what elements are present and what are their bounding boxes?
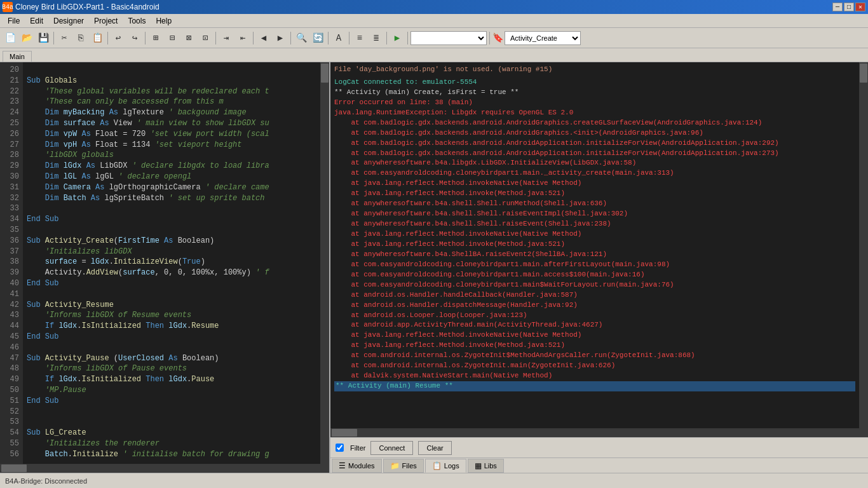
log-line-resume: ** Activity (main) Resume ** <box>334 381 855 391</box>
toolbar-btn3[interactable]: ⊠ <box>181 30 196 46</box>
toolbar-sep-2 <box>107 32 108 44</box>
tab-main[interactable]: Main <box>3 51 32 62</box>
log-scrollbar-h[interactable] <box>330 428 868 437</box>
clear-button[interactable]: Clear <box>418 441 451 455</box>
log-line-8: at java.lang.reflect.Method.invoke(Metho… <box>334 189 855 199</box>
filter-checkbox[interactable] <box>336 444 344 452</box>
log-line-22: at java.lang.reflect.Method.invokeNative… <box>334 330 855 341</box>
log-line-18: at android.os.Handler.handleCallback(Han… <box>334 290 855 301</box>
tab-modules[interactable]: ☰ Modules <box>332 459 382 473</box>
log-line-15: at com.easyandroldcoding.cloneybirdpart1… <box>334 260 855 270</box>
app-icon: B4a <box>3 2 13 12</box>
document-tabs: Main <box>0 48 868 62</box>
toolbar-paste[interactable]: 📋 <box>90 30 105 46</box>
toolbar-copy[interactable]: ⎘ <box>73 30 88 46</box>
log-line-error-line: Error occurred on line: 38 (main) <box>334 98 855 108</box>
menu-project[interactable]: Project <box>89 15 123 27</box>
toolbar-save[interactable]: 💾 <box>36 30 51 46</box>
log-line-19: at android.os.Handler.dispatchMessage(Ha… <box>334 301 855 311</box>
toolbar-run[interactable]: ▶ <box>390 30 405 46</box>
menu-edit[interactable]: Edit <box>25 15 48 27</box>
log-line-11: at anywheresoftware.b4a.shell.Shell.rais… <box>334 219 855 229</box>
code-editor: 2021222324 2526272829 3031323334 3536373… <box>0 62 330 473</box>
toolbar-sub-select[interactable]: Activity_Create <box>505 31 581 45</box>
code-lines[interactable]: Sub Globals 'These global variables will… <box>23 62 320 464</box>
menu-file[interactable]: File <box>3 15 25 27</box>
toolbar-align2[interactable]: ≣ <box>369 30 384 46</box>
status-text: B4A-Bridge: Disconnected <box>5 477 87 485</box>
toolbar-outdent[interactable]: ⇤ <box>235 30 250 46</box>
toolbar-align1[interactable]: ≡ <box>352 30 367 46</box>
log-line-12: at java.lang.reflect.Method.invokeNative… <box>334 229 855 240</box>
log-line-logcat: LogCat connected to: emulator-5554 <box>334 78 855 88</box>
log-line-14: at anywheresoftware.b4a.ShellBA.raiseEve… <box>334 250 855 260</box>
log-line-6: at com.easyandroldcoding.cloneybirdpart1… <box>334 168 855 179</box>
toolbar-cut[interactable]: ✂ <box>57 30 72 46</box>
log-line-1: at com.badlogic.gdx.backends.android.And… <box>334 118 855 128</box>
tab-modules-label: Modules <box>348 462 375 470</box>
toolbar-fmt[interactable]: A <box>331 30 346 46</box>
tab-logs[interactable]: 📋 Logs <box>425 459 466 473</box>
log-line-26: at dalvik.system.NativeStart.main(Native… <box>334 371 855 381</box>
code-scrollbar-thumb[interactable] <box>321 64 329 83</box>
toolbar-sep-7 <box>328 32 329 44</box>
bottom-tabs: ☰ Modules 📁 Files 📋 Logs ▦ Libs <box>330 458 868 473</box>
toolbar-indent[interactable]: ⇥ <box>219 30 234 46</box>
log-line-21: at android.app.ActivityThread.main(Activ… <box>334 320 855 330</box>
toolbar-btn2[interactable]: ⊟ <box>165 30 180 46</box>
menu-bar: File Edit Designer Project Tools Help <box>0 14 868 28</box>
toolbar-sep-6 <box>290 32 291 44</box>
status-bar: B4A-Bridge: Disconnected <box>0 473 868 488</box>
log-line-3: at com.badlogic.gdx.backends.android.And… <box>334 139 855 149</box>
log-line-13: at java.lang.reflect.Method.invoke(Metho… <box>334 240 855 250</box>
log-line-9: at anywheresoftware.b4a.shell.Shell.runM… <box>334 199 855 209</box>
toolbar-sep-8 <box>349 32 349 44</box>
menu-designer[interactable]: Designer <box>48 15 89 27</box>
tab-libs[interactable]: ▦ Libs <box>468 459 504 473</box>
tab-files-label: Files <box>402 462 417 470</box>
menu-tools[interactable]: Tools <box>123 15 151 27</box>
log-line-5: at anywheresoftware.b4a.libgdx.LibGDX.In… <box>334 158 855 168</box>
log-line-activity: ** Activity (main) Create, isFirst = tru… <box>334 88 855 98</box>
toolbar-back[interactable]: ◀ <box>256 30 271 46</box>
log-panel: File 'day_background.png' is not used. (… <box>330 62 868 473</box>
log-content[interactable]: File 'day_background.png' is not used. (… <box>330 62 859 428</box>
code-scrollbar-v[interactable] <box>320 62 329 464</box>
minimize-button[interactable]: ─ <box>832 3 843 11</box>
window-title: Cloney Bird LibGDX-Part1 - Basic4android <box>15 3 159 11</box>
toolbar-sep-9 <box>386 32 387 44</box>
files-icon: 📁 <box>390 461 400 470</box>
log-scrollbar-v[interactable] <box>859 62 868 428</box>
toolbar-module-select[interactable] <box>410 31 487 45</box>
log-line-24: at com.android.internal.os.ZygoteInit$Me… <box>334 351 855 361</box>
close-button[interactable]: ✕ <box>855 3 865 11</box>
toolbar-sep-10 <box>407 32 408 44</box>
toolbar-replace-icon[interactable]: 🔄 <box>310 30 325 46</box>
toolbar-btn4[interactable]: ⊡ <box>198 30 213 46</box>
code-scrollbar-h[interactable] <box>0 464 329 473</box>
toolbar-undo[interactable]: ↩ <box>111 30 126 46</box>
log-line-17: at com.easyandroldcoding.cloneybirdpart1… <box>334 280 855 290</box>
log-line-20: at android.os.Looper.loop(Looper.java:12… <box>334 311 855 321</box>
code-hscroll-thumb[interactable] <box>1 464 27 472</box>
log-line-16: at com.easyandroldcoding.cloneybirdpart1… <box>334 270 855 280</box>
log-hscroll-thumb[interactable] <box>332 429 357 437</box>
tab-files[interactable]: 📁 Files <box>383 459 424 473</box>
title-bar: B4a Cloney Bird LibGDX-Part1 - Basic4and… <box>0 0 868 14</box>
maximize-button[interactable]: □ <box>844 3 854 11</box>
toolbar-open[interactable]: 📂 <box>19 30 34 46</box>
toolbar-btn1[interactable]: ⊞ <box>148 30 163 46</box>
modules-icon: ☰ <box>339 461 346 470</box>
menu-help[interactable]: Help <box>151 15 177 27</box>
log-line-2: at com.badlogic.gdx.backends.android.And… <box>334 128 855 139</box>
logs-icon: 📋 <box>432 461 442 470</box>
connect-button[interactable]: Connect <box>370 441 413 455</box>
toolbar-search-icon[interactable]: 🔍 <box>294 30 309 46</box>
toolbar-fwd[interactable]: ▶ <box>273 30 288 46</box>
toolbar-redo[interactable]: ↪ <box>127 30 142 46</box>
toolbar-new[interactable]: 📄 <box>3 30 18 46</box>
log-scrollbar-thumb[interactable] <box>860 64 867 83</box>
toolbar: 📄 📂 💾 ✂ ⎘ 📋 ↩ ↪ ⊞ ⊟ ⊠ ⊡ ⇥ ⇤ ◀ ▶ 🔍 🔄 A ≡ … <box>0 28 868 48</box>
filter-label: Filter <box>350 444 365 452</box>
log-controls: Filter Connect Clear <box>330 437 868 458</box>
